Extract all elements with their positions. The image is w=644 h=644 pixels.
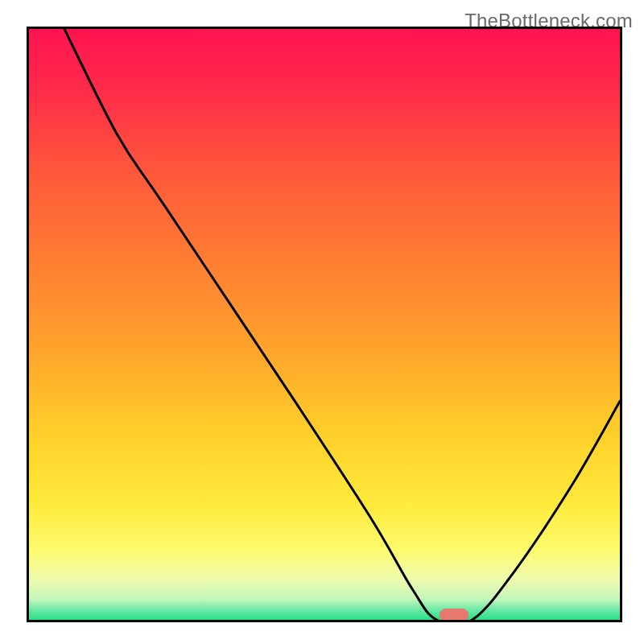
sweet-spot-marker [440,609,469,621]
svg-rect-0 [29,29,620,620]
chart-container: TheBottleneck.com [0,0,644,644]
plot-area [27,27,622,622]
gradient-background [29,29,620,620]
